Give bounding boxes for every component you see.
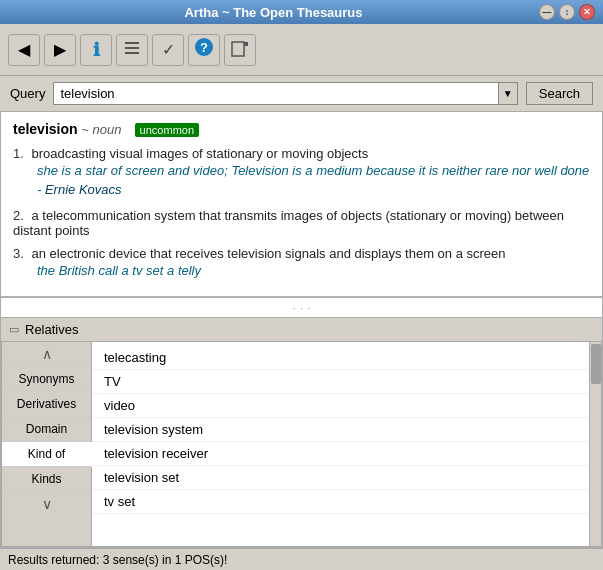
nav-down-button[interactable]: ∨ (2, 492, 91, 516)
toolbar: ◀ ▶ ℹ ✓ ? (0, 24, 603, 76)
def-quote-text-1: she is a star of screen and video; Telev… (37, 163, 589, 198)
query-input[interactable] (53, 82, 497, 105)
tab-synonyms-label: Synonyms (18, 372, 74, 386)
export-button[interactable] (224, 34, 256, 66)
forward-icon: ▶ (54, 40, 66, 59)
results-scrollbar[interactable] (589, 342, 601, 546)
relatives-header[interactable]: ▭ Relatives (1, 318, 602, 341)
results-list: telecasting TV video television system t… (92, 342, 601, 518)
help-button[interactable]: ? (188, 34, 220, 66)
query-label: Query (10, 86, 45, 101)
tab-synonyms[interactable]: Synonyms (2, 367, 91, 392)
query-input-wrap: ▼ (53, 82, 517, 105)
query-dropdown-button[interactable]: ▼ (498, 82, 518, 105)
titlebar: Artha ~ The Open Thesaurus — ↕ ✕ (0, 0, 603, 24)
scroll-thumb (591, 344, 601, 384)
def-quote-text-3: the British call a tv set a telly (37, 263, 201, 278)
list-item[interactable]: television set (92, 466, 601, 490)
divider: · · · (1, 298, 602, 317)
check-button[interactable]: ✓ (152, 34, 184, 66)
tab-domain[interactable]: Domain (2, 417, 91, 442)
word-badge: uncommon (135, 123, 199, 137)
tab-domain-label: Domain (26, 422, 67, 436)
list-item[interactable]: TV (92, 370, 601, 394)
def-text-3: an electronic device that receives telev… (31, 246, 505, 261)
svg-rect-5 (232, 42, 244, 56)
statusbar: Results returned: 3 sense(s) in 1 POS(s)… (0, 548, 603, 570)
nav-up-button[interactable]: ∧ (2, 342, 91, 367)
def-number-3: 3. (13, 246, 24, 261)
word-pos: noun (92, 122, 121, 137)
svg-rect-1 (125, 47, 139, 49)
word-separator: ~ (81, 122, 92, 137)
list-item[interactable]: television receiver (92, 442, 601, 466)
back-icon: ◀ (18, 40, 30, 59)
list-item[interactable]: video (92, 394, 601, 418)
word-header: television ~ noun uncommon (13, 120, 590, 140)
definition-3: 3. an electronic device that receives te… (13, 246, 590, 281)
status-text: Results returned: 3 sense(s) in 1 POS(s)… (8, 553, 227, 567)
definitions-area: television ~ noun uncommon 1. broadcasti… (1, 112, 602, 298)
info-icon: ℹ (93, 39, 100, 61)
tab-derivatives-label: Derivatives (17, 397, 76, 411)
maximize-button[interactable]: ↕ (559, 4, 575, 20)
window-controls: — ↕ ✕ (539, 4, 595, 20)
close-button[interactable]: ✕ (579, 4, 595, 20)
svg-rect-2 (125, 52, 139, 54)
def-number-1: 1. (13, 146, 24, 161)
def-author-1: Ernie Kovacs (45, 182, 122, 197)
forward-button[interactable]: ▶ (44, 34, 76, 66)
tab-derivatives[interactable]: Derivatives (2, 392, 91, 417)
definition-2: 2. a telecommunication system that trans… (13, 208, 590, 238)
info-button[interactable]: ℹ (80, 34, 112, 66)
def-number-2: 2. (13, 208, 24, 223)
main-content: television ~ noun uncommon 1. broadcasti… (0, 111, 603, 548)
relatives-tabs: ∧ Synonyms Derivatives Domain Kind of Ki… (2, 342, 92, 546)
tab-kind-of[interactable]: Kind of (2, 442, 92, 467)
relatives-toggle-icon: ▭ (9, 323, 19, 336)
word-title: television (13, 121, 78, 137)
list-item[interactable]: tv set (92, 490, 601, 514)
svg-text:?: ? (200, 40, 208, 55)
relatives-label: Relatives (25, 322, 78, 337)
svg-rect-0 (125, 42, 139, 44)
def-quote-1: she is a star of screen and video; Telev… (37, 161, 590, 200)
check-icon: ✓ (162, 40, 175, 59)
tab-kinds[interactable]: Kinds (2, 467, 91, 492)
search-button[interactable]: Search (526, 82, 593, 105)
minimize-button[interactable]: — (539, 4, 555, 20)
list-item[interactable]: telecasting (92, 346, 601, 370)
relatives-section: ▭ Relatives ∧ Synonyms Derivatives Domai… (1, 317, 602, 547)
export-icon (230, 38, 250, 62)
list-item[interactable]: television system (92, 418, 601, 442)
def-text-2: a telecommunication system that transmit… (13, 208, 564, 238)
window-title: Artha ~ The Open Thesaurus (8, 5, 539, 20)
definition-1: 1. broadcasting visual images of station… (13, 146, 590, 200)
list-icon (123, 39, 141, 61)
tab-kinds-label: Kinds (31, 472, 61, 486)
def-text-1: broadcasting visual images of stationary… (31, 146, 368, 161)
tab-kind-of-label: Kind of (28, 447, 65, 461)
relatives-body: ∧ Synonyms Derivatives Domain Kind of Ki… (1, 341, 602, 547)
query-bar: Query ▼ Search (0, 76, 603, 111)
help-icon: ? (194, 37, 214, 62)
back-button[interactable]: ◀ (8, 34, 40, 66)
relatives-results: telecasting TV video television system t… (92, 342, 601, 546)
svg-rect-7 (244, 42, 248, 46)
list-button[interactable] (116, 34, 148, 66)
def-quote-3: the British call a tv set a telly (37, 261, 590, 281)
